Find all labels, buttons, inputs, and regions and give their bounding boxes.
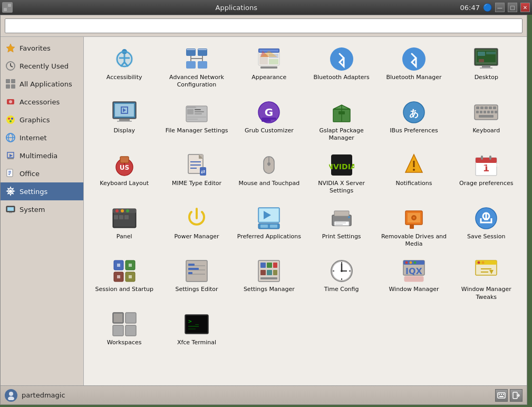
sidebar-item-recently-used[interactable]: Recently Used (1, 57, 83, 75)
sidebar-item-graphics[interactable]: Graphics (1, 111, 83, 129)
panel-icon (112, 206, 137, 231)
session-startup-label: Session and Startup (95, 286, 153, 293)
keyboard-layout-icon[interactable] (495, 389, 508, 402)
main-content: AccessibilityAdvanced Network Configurat… (84, 37, 527, 385)
window-manager-tweaks-label: Window Manager Tweaks (453, 286, 519, 301)
recently-used-label: Recently Used (20, 62, 69, 70)
app-item-settings-editor[interactable]: Settings Editor (161, 254, 231, 305)
svg-rect-83 (262, 118, 276, 120)
window-title: Applications (15, 4, 458, 12)
svg-point-17 (9, 120, 12, 122)
sidebar-item-office[interactable]: Office (1, 164, 83, 182)
svg-rect-104 (479, 115, 494, 118)
app-item-time-config[interactable]: Time Config (306, 254, 376, 305)
sidebar-item-all-applications[interactable]: All Applications (1, 75, 83, 93)
nvidia-settings-icon: NVIDIA (329, 152, 354, 178)
svg-rect-144 (260, 225, 268, 228)
svg-rect-223 (499, 396, 504, 397)
favorites-label: Favorites (20, 44, 51, 52)
close-button[interactable]: ✕ (520, 3, 530, 12)
app-item-workspaces[interactable]: Workspaces (89, 307, 159, 355)
app-item-removable-drives[interactable]: Removable Drives and Media (379, 201, 449, 253)
svg-rect-53 (269, 59, 278, 64)
sidebar-item-accessories[interactable]: Accessories (1, 93, 83, 111)
taskbar-top: Applications 06:47 🔵 — □ ✕ (0, 0, 532, 15)
svg-rect-10 (6, 84, 10, 89)
app-item-power-manager[interactable]: Power Manager (161, 201, 231, 253)
svg-point-119 (267, 162, 270, 166)
app-item-preferred-apps[interactable]: Preferred Applications (234, 201, 304, 253)
app-item-session-startup[interactable]: Session and Startup (89, 254, 159, 305)
search-input[interactable] (5, 18, 523, 33)
sidebar-item-favorites[interactable]: Favorites (1, 39, 83, 57)
svg-rect-103 (495, 111, 497, 113)
appearance-icon (256, 46, 282, 72)
app-item-desktop[interactable]: Desktop (451, 42, 521, 93)
svg-point-135 (121, 209, 124, 212)
app-item-bluetooth-manager[interactable]: Bluetooth Manager (379, 42, 449, 93)
sidebar-item-system[interactable]: System (1, 200, 83, 218)
app-item-appearance[interactable]: Appearance (234, 42, 304, 93)
workspaces-label: Workspaces (107, 339, 142, 346)
svg-rect-77 (195, 111, 204, 112)
app-item-orage[interactable]: 1Mo Tu We Th FrOrage preferences (451, 148, 521, 199)
svg-rect-220 (499, 394, 500, 395)
app-item-grub-customizer[interactable]: GGrub Customizer (234, 95, 304, 147)
svg-point-16 (11, 118, 13, 120)
minimize-button[interactable]: — (495, 3, 505, 12)
app-item-window-manager[interactable]: IQXWindow Manager (379, 254, 449, 305)
app-item-xfce-terminal[interactable]: > _Xfce Terminal (161, 307, 231, 355)
svg-rect-23 (7, 158, 14, 159)
app-item-print-settings[interactable]: Print Settings (306, 201, 376, 253)
app-item-keyboard[interactable]: Keyboard (451, 95, 521, 147)
app-item-settings-manager[interactable]: Settings Manager (234, 254, 304, 305)
app-item-notifications[interactable]: Notifications (379, 148, 449, 199)
svg-rect-79 (187, 117, 206, 118)
grub-customizer-icon: G (256, 100, 282, 125)
favorites-icon (5, 42, 16, 54)
svg-point-124 (413, 169, 415, 171)
desktop-label: Desktop (475, 74, 498, 81)
power-manager-label: Power Manager (175, 233, 219, 240)
mouse-touchpad-icon (256, 152, 282, 178)
svg-rect-62 (482, 65, 490, 67)
sidebar-item-multimedia[interactable]: Multimedia (1, 147, 83, 164)
app-item-display[interactable]: Display (89, 95, 159, 147)
file-manager-settings-icon (184, 100, 209, 125)
panel-label: Panel (117, 233, 132, 240)
logout-icon[interactable] (510, 389, 523, 402)
sidebar-item-settings[interactable]: Settings (1, 182, 83, 200)
svg-rect-98 (476, 111, 479, 113)
app-item-bluetooth-adapters[interactable]: Bluetooth Adapters (306, 42, 376, 93)
maximize-button[interactable]: □ (508, 3, 517, 12)
multimedia-icon (5, 150, 16, 161)
svg-rect-174 (188, 268, 199, 270)
app-item-keyboard-layout[interactable]: USKeyboard Layout (89, 148, 159, 199)
app-item-ibus-preferences[interactable]: あIBus Preferences (379, 95, 449, 147)
system-label: System (20, 206, 45, 214)
svg-rect-70 (119, 119, 130, 121)
workspaces-icon (112, 312, 137, 337)
app-item-nvidia-settings[interactable]: NVIDIANVIDIA X Server Settings (306, 148, 376, 199)
svg-marker-166 (129, 264, 132, 267)
svg-rect-31 (9, 212, 12, 213)
app-item-gslapt-package-manager[interactable]: Gslapt Package Manager (306, 95, 376, 147)
main-window: FavoritesRecently UsedAll ApplicationsAc… (0, 15, 527, 405)
svg-rect-145 (270, 225, 277, 228)
svg-rect-8 (6, 79, 10, 83)
app-item-panel[interactable]: Panel (89, 201, 159, 253)
app-item-mouse-touchpad[interactable]: Mouse and Touchpad (234, 148, 304, 199)
app-item-save-session[interactable]: Save Session (451, 201, 521, 253)
orage-label: Orage preferences (459, 180, 513, 187)
app-item-mime-type-editor[interactable]: ⇄MIME Type Editor (161, 148, 231, 199)
app-item-accessibility[interactable]: Accessibility (89, 42, 159, 93)
svg-rect-210 (125, 325, 136, 336)
app-item-advanced-network[interactable]: Advanced Network Configuration (161, 42, 231, 93)
app-item-file-manager-settings[interactable]: File Manager Settings (161, 95, 231, 147)
sidebar-item-internet[interactable]: Internet (1, 129, 83, 147)
internet-label: Internet (20, 134, 47, 142)
print-settings-label: Print Settings (322, 233, 361, 240)
save-session-icon (473, 206, 499, 231)
svg-rect-177 (260, 263, 266, 268)
app-item-window-manager-tweaks[interactable]: Window Manager Tweaks (451, 254, 521, 305)
